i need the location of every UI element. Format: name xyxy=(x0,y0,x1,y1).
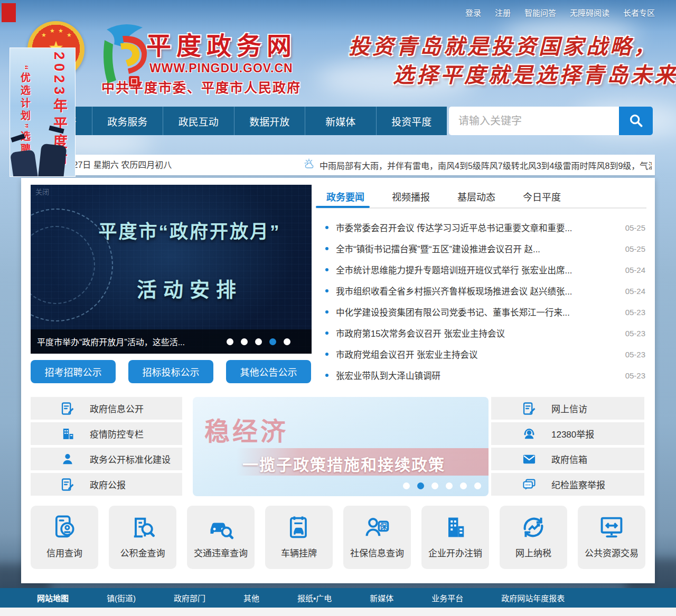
footer-link[interactable]: 镇(街道) xyxy=(107,592,136,603)
notice-button[interactable]: 招标投标公示 xyxy=(128,360,213,383)
banner-dot[interactable] xyxy=(403,482,410,489)
service-item[interactable]: 政府信息公开 xyxy=(31,397,182,420)
news-item[interactable]: 市委常委会召开会议 传达学习习近平总书记重要文章和重要...05-25 xyxy=(316,217,647,238)
notice-button[interactable]: 招考招聘公示 xyxy=(31,360,116,383)
service-item[interactable]: 政务公开标准化建设 xyxy=(31,448,182,470)
banner-dot[interactable] xyxy=(474,482,481,489)
topbar-link[interactable]: 登录 xyxy=(465,7,481,18)
carousel-dot[interactable] xyxy=(241,338,248,345)
quick-service-card[interactable]: 公积金查询 xyxy=(109,506,176,569)
carousel-dot[interactable] xyxy=(255,338,262,345)
notice-buttons: 招考招聘公示招标投标公示其他公告公示 xyxy=(31,360,311,383)
news-item-title[interactable]: 张宏业带队到大泽山镇调研 xyxy=(336,369,625,382)
social-insurance-icon: 保 xyxy=(363,514,391,541)
topbar: 登录注册智能问答无障碍阅读长者专区 xyxy=(465,7,655,18)
quick-service-label: 网上纳税 xyxy=(515,546,551,559)
service-label: 12380举报 xyxy=(551,427,594,440)
services-left-column: 政府信息公开疫情防控专栏政务公开标准化建设政府公报 xyxy=(31,397,182,498)
topbar-link[interactable]: 智能问答 xyxy=(524,7,556,18)
news-bullet-icon xyxy=(325,268,328,271)
service-item[interactable]: 纪检监察举报 xyxy=(491,473,644,496)
banner-dot[interactable] xyxy=(446,482,453,489)
news-tab[interactable]: 基层动态 xyxy=(457,185,495,207)
quick-service-card[interactable]: 保社保信息查询 xyxy=(343,506,411,569)
policy-banner[interactable]: 稳经济 一揽子政策措施和接续政策 xyxy=(193,397,489,496)
service-item[interactable]: 12380举报 xyxy=(491,422,644,445)
footer-link[interactable]: 新媒体 xyxy=(370,592,393,603)
carousel-dot[interactable] xyxy=(227,338,233,345)
doc-edit-icon xyxy=(522,401,537,416)
news-item-title[interactable]: 全市统计思维能力提升专题培训班开班仪式举行 张宏业出席... xyxy=(336,263,625,276)
id-card-icon xyxy=(51,514,78,541)
carousel-dot[interactable] xyxy=(284,338,290,345)
quick-service-card[interactable]: 交通违章查询 xyxy=(187,506,255,569)
news-item[interactable]: 市政府第15次常务会议召开 张宏业主持会议05-23 xyxy=(316,323,647,344)
quick-service-card[interactable]: 公共资源交易 xyxy=(578,506,645,569)
news-item[interactable]: 全市统计思维能力提升专题培训班开班仪式举行 张宏业出席...05-24 xyxy=(316,259,647,280)
quick-service-card[interactable]: 企业开办注销 xyxy=(421,506,489,569)
service-item[interactable]: 疫情防控专栏 xyxy=(31,422,182,445)
news-tab[interactable]: 政务要闻 xyxy=(326,185,364,207)
news-item-title[interactable]: 市政府党组会议召开 张宏业主持会议 xyxy=(336,348,625,361)
quick-service-card[interactable]: 车辆挂牌 xyxy=(265,506,333,569)
news-item-title[interactable]: 市委常委会召开会议 传达学习习近平总书记重要文章和重要... xyxy=(336,221,625,234)
footer-link[interactable]: 报纸•广电 xyxy=(297,592,332,603)
news-item-title[interactable]: 全市“镇街书记擂台赛”暨“五区”建设推进会议召开 赵... xyxy=(336,242,625,255)
service-item[interactable]: 政府信箱 xyxy=(491,448,644,470)
banner-dot[interactable] xyxy=(417,482,424,489)
service-item[interactable]: 网上信访 xyxy=(491,397,644,420)
recruitment-float-banner[interactable]: “优选计划”选聘 2023年平度市 xyxy=(10,48,76,177)
main-nav: 政务公开政务服务政民互动数据开放新媒体投资平度 xyxy=(21,107,447,135)
news-item[interactable]: 我市组织收看全省乡村振兴齐鲁样板现场推进会议 赵兴绩张...05-24 xyxy=(316,280,647,301)
search-input[interactable] xyxy=(449,107,619,135)
news-item[interactable]: 市政府党组会议召开 张宏业主持会议05-23 xyxy=(316,344,647,365)
news-item-title[interactable]: 市政府第15次常务会议召开 张宏业主持会议 xyxy=(336,327,625,339)
quick-service-label: 社保信息查询 xyxy=(350,546,404,559)
quick-service-label: 公积金查询 xyxy=(120,546,165,559)
search-button[interactable] xyxy=(619,107,653,135)
news-tab[interactable]: 视频播报 xyxy=(392,185,430,207)
news-item[interactable]: 全市“镇街书记擂台赛”暨“五区”建设推进会议召开 赵...05-25 xyxy=(316,238,647,259)
nav-item-5[interactable]: 新媒体 xyxy=(305,107,376,135)
news-tab[interactable]: 今日平度 xyxy=(523,185,561,207)
topbar-link[interactable]: 无障碍阅读 xyxy=(570,7,609,18)
notice-button[interactable]: 其他公告公示 xyxy=(226,360,311,383)
footer-link[interactable]: 政府网站年度报表 xyxy=(501,592,565,603)
carousel-caption[interactable]: 平度市举办“政府开放月”活动，这些活... xyxy=(37,335,185,348)
footer-link[interactable]: 其他 xyxy=(243,592,259,603)
nav-item-3[interactable]: 政民互动 xyxy=(163,107,234,135)
news-item-title[interactable]: 中化学建设投资集团有限公司党委书记、董事长郑江一行来... xyxy=(336,306,625,318)
footer-link[interactable]: 业务平台 xyxy=(431,592,463,603)
news-item[interactable]: 中化学建设投资集团有限公司党委书记、董事长郑江一行来...05-23 xyxy=(316,301,647,323)
banner-dot[interactable] xyxy=(460,482,467,489)
site-url: WWW.PINGDU.GOV.CN xyxy=(149,61,293,75)
person-icon xyxy=(60,452,75,467)
nav-item-6[interactable]: 投资平度 xyxy=(376,107,447,135)
footer-link[interactable]: 网站地图 xyxy=(37,592,69,603)
banner-dot[interactable] xyxy=(431,482,438,489)
chat-icon xyxy=(522,477,537,492)
quick-service-card[interactable]: 信用查询 xyxy=(31,506,98,569)
service-item[interactable]: 政府公报 xyxy=(31,473,182,496)
topbar-link[interactable]: 注册 xyxy=(495,7,511,18)
policy-banner-dots xyxy=(403,482,481,489)
doc-edit-icon xyxy=(60,401,75,416)
news-list: 市委常委会召开会议 传达学习习近平总书记重要文章和重要...05-25全市“镇街… xyxy=(316,217,647,386)
news-item-date: 05-23 xyxy=(625,329,645,338)
nav-item-2[interactable]: 政务服务 xyxy=(92,107,163,135)
quick-service-label: 企业开办注销 xyxy=(428,546,482,559)
news-tabs: 政务要闻视频播报基层动态今日平度 xyxy=(316,185,647,207)
topbar-link[interactable]: 长者专区 xyxy=(623,7,655,18)
sun-cloud-icon xyxy=(304,158,316,173)
hero-carousel[interactable]: 关闭 平度市“政府开放月” 活动安排 平度市举办“政府开放月”活动，这些活... xyxy=(31,185,312,354)
footer: 网站地图镇(街道)政府部门其他报纸•广电新媒体业务平台政府网站年度报表 xyxy=(0,588,676,608)
slogan-line2: 选择平度就是选择青岛未来 xyxy=(393,58,676,89)
carousel-close-button[interactable]: 关闭 xyxy=(35,186,49,196)
footer-link[interactable]: 政府部门 xyxy=(174,592,205,603)
news-item-title[interactable]: 我市组织收看全省乡村振兴齐鲁样板现场推进会议 赵兴绩张... xyxy=(336,285,625,297)
news-item[interactable]: 张宏业带队到大泽山镇调研05-23 xyxy=(316,365,647,386)
news-bullet-icon xyxy=(325,353,328,356)
carousel-dot[interactable] xyxy=(269,338,276,345)
nav-item-4[interactable]: 数据开放 xyxy=(234,107,305,135)
quick-service-card[interactable]: 网上纳税 xyxy=(500,506,567,569)
